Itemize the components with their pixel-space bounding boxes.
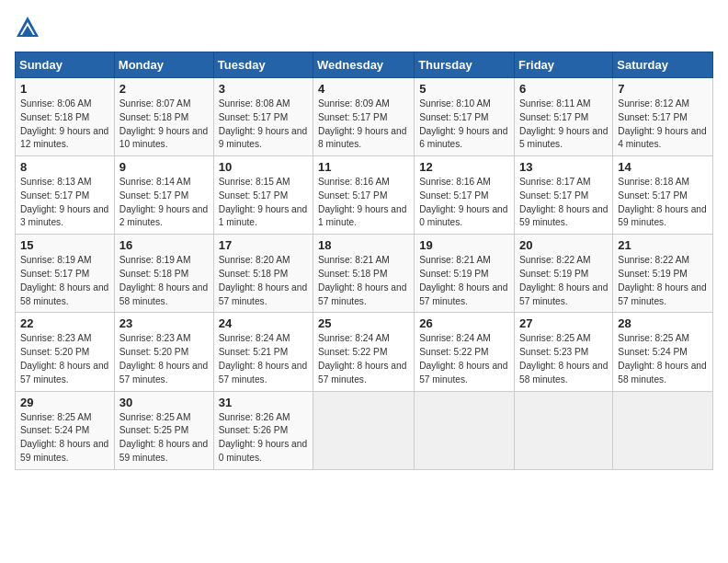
column-header-saturday: Saturday	[613, 52, 713, 78]
day-number: 23	[119, 316, 209, 330]
day-number: 20	[519, 238, 608, 252]
day-number: 6	[519, 82, 608, 96]
day-number: 25	[318, 316, 409, 330]
calendar-week-2: 8Sunrise: 8:13 AM Sunset: 5:17 PM Daylig…	[16, 156, 713, 235]
day-number: 9	[119, 160, 209, 174]
day-info: Sunrise: 8:20 AM Sunset: 5:18 PM Dayligh…	[219, 254, 308, 308]
day-number: 22	[20, 316, 109, 330]
day-number: 10	[219, 160, 308, 174]
day-info: Sunrise: 8:25 AM Sunset: 5:23 PM Dayligh…	[519, 332, 608, 386]
column-header-sunday: Sunday	[16, 52, 115, 78]
column-header-thursday: Thursday	[415, 52, 515, 78]
day-info: Sunrise: 8:16 AM Sunset: 5:17 PM Dayligh…	[419, 176, 509, 230]
calendar-cell: 9Sunrise: 8:14 AM Sunset: 5:17 PM Daylig…	[114, 156, 213, 235]
day-number: 27	[519, 316, 608, 330]
day-info: Sunrise: 8:18 AM Sunset: 5:17 PM Dayligh…	[618, 176, 708, 230]
column-header-friday: Friday	[515, 52, 613, 78]
day-info: Sunrise: 8:11 AM Sunset: 5:17 PM Dayligh…	[519, 98, 608, 152]
day-number: 2	[119, 82, 209, 96]
day-number: 12	[419, 160, 509, 174]
day-number: 28	[618, 316, 708, 330]
calendar-cell: 22Sunrise: 8:23 AM Sunset: 5:20 PM Dayli…	[16, 313, 115, 391]
calendar-cell: 24Sunrise: 8:24 AM Sunset: 5:21 PM Dayli…	[213, 313, 313, 391]
calendar-week-1: 1Sunrise: 8:06 AM Sunset: 5:18 PM Daylig…	[16, 78, 713, 156]
day-info: Sunrise: 8:21 AM Sunset: 5:18 PM Dayligh…	[318, 254, 409, 308]
calendar-cell	[313, 391, 415, 469]
day-number: 18	[318, 238, 409, 252]
calendar-cell: 3Sunrise: 8:08 AM Sunset: 5:17 PM Daylig…	[213, 78, 313, 156]
day-info: Sunrise: 8:08 AM Sunset: 5:17 PM Dayligh…	[219, 98, 308, 152]
day-number: 7	[618, 82, 708, 96]
day-info: Sunrise: 8:15 AM Sunset: 5:17 PM Dayligh…	[219, 176, 308, 230]
day-number: 8	[20, 160, 109, 174]
day-number: 15	[20, 238, 109, 252]
day-info: Sunrise: 8:19 AM Sunset: 5:17 PM Dayligh…	[20, 254, 109, 308]
day-info: Sunrise: 8:16 AM Sunset: 5:17 PM Dayligh…	[318, 176, 409, 230]
calendar-cell: 21Sunrise: 8:22 AM Sunset: 5:19 PM Dayli…	[613, 235, 713, 313]
day-info: Sunrise: 8:13 AM Sunset: 5:17 PM Dayligh…	[20, 176, 109, 230]
calendar-cell: 12Sunrise: 8:16 AM Sunset: 5:17 PM Dayli…	[415, 156, 515, 235]
calendar-cell: 6Sunrise: 8:11 AM Sunset: 5:17 PM Daylig…	[515, 78, 613, 156]
calendar-cell: 31Sunrise: 8:26 AM Sunset: 5:26 PM Dayli…	[213, 391, 313, 469]
day-number: 26	[419, 316, 509, 330]
calendar-cell: 17Sunrise: 8:20 AM Sunset: 5:18 PM Dayli…	[213, 235, 313, 313]
day-number: 19	[419, 238, 509, 252]
calendar-cell: 26Sunrise: 8:24 AM Sunset: 5:22 PM Dayli…	[415, 313, 515, 391]
calendar-week-5: 29Sunrise: 8:25 AM Sunset: 5:24 PM Dayli…	[16, 391, 713, 469]
day-number: 30	[119, 396, 209, 409]
day-info: Sunrise: 8:19 AM Sunset: 5:18 PM Dayligh…	[119, 254, 209, 308]
day-info: Sunrise: 8:12 AM Sunset: 5:17 PM Dayligh…	[618, 98, 708, 152]
day-info: Sunrise: 8:25 AM Sunset: 5:25 PM Dayligh…	[119, 411, 209, 465]
day-number: 17	[219, 238, 308, 252]
calendar-cell: 10Sunrise: 8:15 AM Sunset: 5:17 PM Dayli…	[213, 156, 313, 235]
calendar-body: 1Sunrise: 8:06 AM Sunset: 5:18 PM Daylig…	[16, 78, 713, 470]
day-info: Sunrise: 8:23 AM Sunset: 5:20 PM Dayligh…	[119, 332, 209, 386]
calendar-cell: 18Sunrise: 8:21 AM Sunset: 5:18 PM Dayli…	[313, 235, 415, 313]
calendar-cell: 20Sunrise: 8:22 AM Sunset: 5:19 PM Dayli…	[515, 235, 613, 313]
calendar-cell: 4Sunrise: 8:09 AM Sunset: 5:17 PM Daylig…	[313, 78, 415, 156]
day-info: Sunrise: 8:22 AM Sunset: 5:19 PM Dayligh…	[618, 254, 708, 308]
calendar-cell: 28Sunrise: 8:25 AM Sunset: 5:24 PM Dayli…	[613, 313, 713, 391]
day-number: 21	[618, 238, 708, 252]
day-number: 16	[119, 238, 209, 252]
calendar-cell: 30Sunrise: 8:25 AM Sunset: 5:25 PM Dayli…	[114, 391, 213, 469]
day-info: Sunrise: 8:06 AM Sunset: 5:18 PM Dayligh…	[20, 98, 109, 152]
calendar-cell: 23Sunrise: 8:23 AM Sunset: 5:20 PM Dayli…	[114, 313, 213, 391]
page-container: SundayMondayTuesdayWednesdayThursdayFrid…	[0, 0, 728, 477]
day-info: Sunrise: 8:07 AM Sunset: 5:18 PM Dayligh…	[119, 98, 209, 152]
calendar-table: SundayMondayTuesdayWednesdayThursdayFrid…	[15, 52, 713, 470]
day-number: 29	[20, 396, 109, 409]
day-number: 31	[219, 396, 308, 409]
calendar-cell: 13Sunrise: 8:17 AM Sunset: 5:17 PM Dayli…	[515, 156, 613, 235]
calendar-cell: 14Sunrise: 8:18 AM Sunset: 5:17 PM Dayli…	[613, 156, 713, 235]
calendar-cell: 8Sunrise: 8:13 AM Sunset: 5:17 PM Daylig…	[16, 156, 115, 235]
day-info: Sunrise: 8:23 AM Sunset: 5:20 PM Dayligh…	[20, 332, 109, 386]
day-number: 4	[318, 82, 409, 96]
day-info: Sunrise: 8:24 AM Sunset: 5:21 PM Dayligh…	[219, 332, 308, 386]
calendar-cell	[415, 391, 515, 469]
day-number: 3	[219, 82, 308, 96]
calendar-cell: 5Sunrise: 8:10 AM Sunset: 5:17 PM Daylig…	[415, 78, 515, 156]
day-info: Sunrise: 8:24 AM Sunset: 5:22 PM Dayligh…	[318, 332, 409, 386]
day-number: 11	[318, 160, 409, 174]
day-number: 24	[219, 316, 308, 330]
calendar-cell: 19Sunrise: 8:21 AM Sunset: 5:19 PM Dayli…	[415, 235, 515, 313]
day-info: Sunrise: 8:10 AM Sunset: 5:17 PM Dayligh…	[419, 98, 509, 152]
calendar-cell: 11Sunrise: 8:16 AM Sunset: 5:17 PM Dayli…	[313, 156, 415, 235]
calendar-cell	[613, 391, 713, 469]
logo	[15, 15, 44, 40]
day-info: Sunrise: 8:09 AM Sunset: 5:17 PM Dayligh…	[318, 98, 409, 152]
day-number: 1	[20, 82, 109, 96]
calendar-cell: 2Sunrise: 8:07 AM Sunset: 5:18 PM Daylig…	[114, 78, 213, 156]
calendar-cell: 1Sunrise: 8:06 AM Sunset: 5:18 PM Daylig…	[16, 78, 115, 156]
day-number: 14	[618, 160, 708, 174]
calendar-cell: 27Sunrise: 8:25 AM Sunset: 5:23 PM Dayli…	[515, 313, 613, 391]
column-header-wednesday: Wednesday	[313, 52, 415, 78]
header-row: SundayMondayTuesdayWednesdayThursdayFrid…	[16, 52, 713, 78]
day-number: 5	[419, 82, 509, 96]
column-header-tuesday: Tuesday	[213, 52, 313, 78]
column-header-monday: Monday	[114, 52, 213, 78]
logo-icon	[15, 15, 40, 40]
day-info: Sunrise: 8:24 AM Sunset: 5:22 PM Dayligh…	[419, 332, 509, 386]
day-info: Sunrise: 8:22 AM Sunset: 5:19 PM Dayligh…	[519, 254, 608, 308]
